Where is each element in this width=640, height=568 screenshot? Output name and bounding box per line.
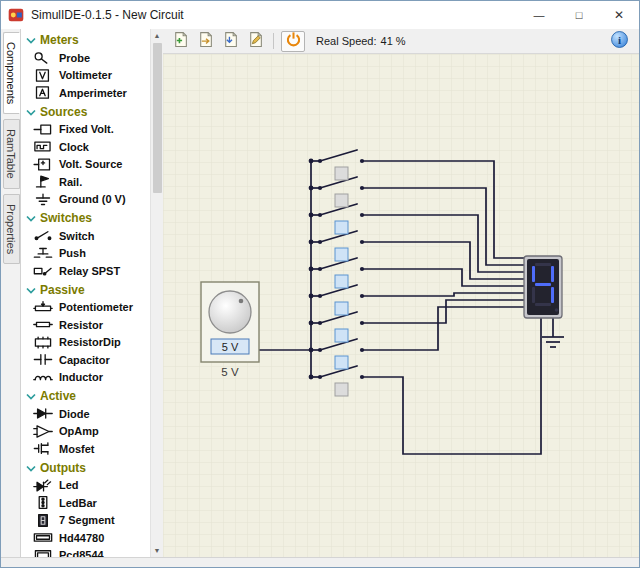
scroll-up-icon[interactable]: ▲ — [154, 29, 161, 42]
potentiometer-icon — [32, 301, 54, 314]
info-button[interactable]: i — [609, 31, 629, 51]
scroll-down-icon[interactable]: ▼ — [154, 544, 161, 557]
new-circuit-button[interactable] — [169, 31, 191, 51]
save-circuit-button[interactable] — [219, 31, 241, 51]
save-circuit-icon — [222, 31, 239, 52]
category-label: Active — [40, 389, 76, 403]
titlebar: SimulIDE-0.1.5 - New Circuit — □ ✕ — [1, 1, 639, 29]
component-item-amperimeter[interactable]: Amperimeter — [21, 84, 150, 102]
category-meters[interactable]: Meters — [21, 30, 150, 49]
switch-button[interactable] — [335, 194, 348, 207]
category-passive[interactable]: Passive — [21, 280, 150, 299]
voltage-knob[interactable] — [209, 291, 251, 333]
component-item-diode[interactable]: Diode — [21, 405, 150, 423]
scrollbar-thumb[interactable] — [153, 43, 162, 193]
component-item-clock[interactable]: Clock — [21, 138, 150, 156]
power-button[interactable] — [281, 31, 305, 52]
component-item-volt-source[interactable]: Volt. Source — [21, 156, 150, 174]
switch-buttons[interactable] — [335, 167, 348, 396]
switch-button[interactable] — [335, 383, 348, 396]
component-item-resistor[interactable]: Resistor — [21, 316, 150, 334]
component-item-relay-spst[interactable]: Relay SPST — [21, 262, 150, 280]
category-label: Switches — [40, 211, 92, 225]
close-button[interactable]: ✕ — [599, 2, 639, 29]
component-item-label: ResistorDip — [59, 336, 121, 348]
component-item-label: Rail. — [59, 176, 82, 188]
open-circuit-button[interactable] — [194, 31, 216, 51]
maximize-button[interactable]: □ — [559, 2, 599, 29]
inductor-icon — [32, 371, 54, 384]
component-item-push[interactable]: Push — [21, 245, 150, 263]
new-circuit-icon — [172, 31, 189, 52]
component-item-rail[interactable]: Rail. — [21, 173, 150, 191]
voltage-source-value: 5 V — [222, 341, 239, 353]
category-label: Sources — [40, 105, 87, 119]
chevron-down-icon — [26, 105, 36, 119]
component-item-label: Potentiometer — [59, 301, 133, 313]
tab-ramtable[interactable]: RamTable — [3, 119, 20, 189]
component-item-resistordip[interactable]: ResistorDip — [21, 334, 150, 352]
category-active[interactable]: Active — [21, 386, 150, 405]
chevron-down-icon — [26, 389, 36, 403]
capacitor-icon — [32, 353, 54, 366]
switch-button[interactable] — [335, 329, 348, 342]
window-title: SimulIDE-0.1.5 - New Circuit — [31, 8, 519, 22]
save-as-circuit-button[interactable] — [244, 31, 266, 51]
component-item-hd44780[interactable]: Hd44780 — [21, 529, 150, 547]
switch-button[interactable] — [335, 167, 348, 180]
component-palette: MetersProbeVoltimeterAmperimeterSourcesF… — [21, 29, 150, 557]
tab-properties[interactable]: Properties — [3, 194, 20, 264]
opamp-icon — [32, 425, 54, 438]
category-label: Outputs — [40, 461, 86, 475]
circuit-canvas[interactable]: 5 V 5 V — [163, 54, 639, 557]
switch-button[interactable] — [335, 221, 348, 234]
component-item-mosfet[interactable]: Mosfet — [21, 440, 150, 458]
seven-segment-display[interactable] — [524, 256, 562, 318]
switch-button[interactable] — [335, 356, 348, 369]
component-item-inductor[interactable]: Inductor — [21, 369, 150, 387]
save-as-icon — [247, 31, 264, 52]
component-item-opamp[interactable]: OpAmp — [21, 423, 150, 441]
component-item-7-segment[interactable]: 7 Segment — [21, 512, 150, 530]
component-item-switch[interactable]: Switch — [21, 227, 150, 245]
open-circuit-icon — [197, 31, 214, 52]
component-item-probe[interactable]: Probe — [21, 49, 150, 67]
component-item-label: Relay SPST — [59, 265, 120, 277]
ledbar-icon — [32, 496, 54, 509]
component-item-potentiometer[interactable]: Potentiometer — [21, 299, 150, 317]
component-item-ground-0-v[interactable]: Ground (0 V) — [21, 191, 150, 209]
component-item-label: Probe — [59, 52, 90, 64]
diode-icon — [32, 407, 54, 420]
component-item-label: Clock — [59, 141, 89, 153]
palette-scrollbar[interactable]: ▲ ▼ — [150, 29, 163, 557]
component-item-label: Amperimeter — [59, 87, 127, 99]
component-item-voltimeter[interactable]: Voltimeter — [21, 67, 150, 85]
component-item-capacitor[interactable]: Capacitor — [21, 351, 150, 369]
component-item-fixed-volt[interactable]: Fixed Volt. — [21, 121, 150, 139]
circuit-canvas-container[interactable]: 5 V 5 V — [163, 54, 639, 557]
component-item-ledbar[interactable]: LedBar — [21, 494, 150, 512]
toolbar-separator — [273, 33, 274, 49]
component-item-label: Hd44780 — [59, 532, 104, 544]
minimize-button[interactable]: — — [519, 2, 559, 29]
component-item-label: Resistor — [59, 319, 103, 331]
file-buttons — [169, 31, 266, 51]
toolbar: Real Speed: 41 % i — [163, 29, 639, 54]
component-item-label: 7 Segment — [59, 514, 115, 526]
switch-button[interactable] — [335, 302, 348, 315]
category-switches[interactable]: Switches — [21, 208, 150, 227]
component-item-pcd8544[interactable]: Pcd8544 — [21, 547, 150, 558]
resistordip-icon — [32, 336, 54, 349]
component-item-led[interactable]: Led — [21, 477, 150, 495]
fixed-volt-icon — [32, 123, 54, 136]
seven-segment-icon — [32, 514, 54, 527]
left-panel: Components RamTable Properties MetersPro… — [1, 29, 163, 557]
component-item-label: Voltimeter — [59, 69, 112, 81]
resistor-icon — [32, 318, 54, 331]
switch-button[interactable] — [335, 248, 348, 261]
category-outputs[interactable]: Outputs — [21, 458, 150, 477]
tab-components[interactable]: Components — [3, 32, 20, 114]
switch-button[interactable] — [335, 275, 348, 288]
component-item-label: LedBar — [59, 497, 97, 509]
category-sources[interactable]: Sources — [21, 102, 150, 121]
